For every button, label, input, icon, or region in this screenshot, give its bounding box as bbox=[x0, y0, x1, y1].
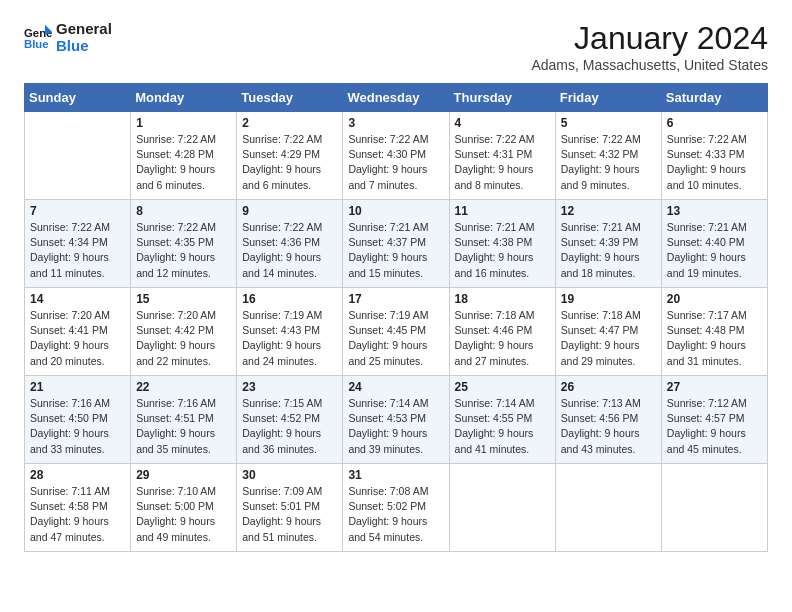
day-number: 28 bbox=[30, 468, 125, 482]
cell-info: Sunrise: 7:22 AMSunset: 4:34 PMDaylight:… bbox=[30, 220, 125, 281]
cell-info: Sunrise: 7:10 AMSunset: 5:00 PMDaylight:… bbox=[136, 484, 231, 545]
day-number: 21 bbox=[30, 380, 125, 394]
calendar-cell: 1Sunrise: 7:22 AMSunset: 4:28 PMDaylight… bbox=[131, 112, 237, 200]
weekday-header: Sunday bbox=[25, 84, 131, 112]
cell-info: Sunrise: 7:22 AMSunset: 4:29 PMDaylight:… bbox=[242, 132, 337, 193]
day-number: 13 bbox=[667, 204, 762, 218]
weekday-header: Monday bbox=[131, 84, 237, 112]
weekday-header: Saturday bbox=[661, 84, 767, 112]
cell-info: Sunrise: 7:21 AMSunset: 4:40 PMDaylight:… bbox=[667, 220, 762, 281]
calendar-cell: 7Sunrise: 7:22 AMSunset: 4:34 PMDaylight… bbox=[25, 200, 131, 288]
cell-info: Sunrise: 7:14 AMSunset: 4:53 PMDaylight:… bbox=[348, 396, 443, 457]
cell-info: Sunrise: 7:22 AMSunset: 4:36 PMDaylight:… bbox=[242, 220, 337, 281]
cell-info: Sunrise: 7:22 AMSunset: 4:35 PMDaylight:… bbox=[136, 220, 231, 281]
calendar-cell: 9Sunrise: 7:22 AMSunset: 4:36 PMDaylight… bbox=[237, 200, 343, 288]
calendar-cell: 19Sunrise: 7:18 AMSunset: 4:47 PMDayligh… bbox=[555, 288, 661, 376]
day-number: 3 bbox=[348, 116, 443, 130]
cell-info: Sunrise: 7:09 AMSunset: 5:01 PMDaylight:… bbox=[242, 484, 337, 545]
cell-info: Sunrise: 7:22 AMSunset: 4:28 PMDaylight:… bbox=[136, 132, 231, 193]
cell-info: Sunrise: 7:22 AMSunset: 4:30 PMDaylight:… bbox=[348, 132, 443, 193]
cell-info: Sunrise: 7:22 AMSunset: 4:33 PMDaylight:… bbox=[667, 132, 762, 193]
calendar-cell: 3Sunrise: 7:22 AMSunset: 4:30 PMDaylight… bbox=[343, 112, 449, 200]
title-block: January 2024 Adams, Massachusetts, Unite… bbox=[531, 20, 768, 73]
cell-info: Sunrise: 7:22 AMSunset: 4:32 PMDaylight:… bbox=[561, 132, 656, 193]
cell-info: Sunrise: 7:12 AMSunset: 4:57 PMDaylight:… bbox=[667, 396, 762, 457]
logo-text-line2: Blue bbox=[56, 37, 112, 54]
day-number: 27 bbox=[667, 380, 762, 394]
day-number: 24 bbox=[348, 380, 443, 394]
calendar-cell: 30Sunrise: 7:09 AMSunset: 5:01 PMDayligh… bbox=[237, 464, 343, 552]
day-number: 9 bbox=[242, 204, 337, 218]
calendar-table: SundayMondayTuesdayWednesdayThursdayFrid… bbox=[24, 83, 768, 552]
day-number: 12 bbox=[561, 204, 656, 218]
cell-info: Sunrise: 7:16 AMSunset: 4:50 PMDaylight:… bbox=[30, 396, 125, 457]
logo-icon: General Blue bbox=[24, 23, 52, 51]
day-number: 18 bbox=[455, 292, 550, 306]
calendar-cell: 27Sunrise: 7:12 AMSunset: 4:57 PMDayligh… bbox=[661, 376, 767, 464]
cell-info: Sunrise: 7:17 AMSunset: 4:48 PMDaylight:… bbox=[667, 308, 762, 369]
logo: General Blue General Blue bbox=[24, 20, 112, 55]
calendar-cell: 21Sunrise: 7:16 AMSunset: 4:50 PMDayligh… bbox=[25, 376, 131, 464]
weekday-header: Tuesday bbox=[237, 84, 343, 112]
cell-info: Sunrise: 7:19 AMSunset: 4:43 PMDaylight:… bbox=[242, 308, 337, 369]
cell-info: Sunrise: 7:21 AMSunset: 4:37 PMDaylight:… bbox=[348, 220, 443, 281]
calendar-cell bbox=[555, 464, 661, 552]
day-number: 14 bbox=[30, 292, 125, 306]
cell-info: Sunrise: 7:21 AMSunset: 4:38 PMDaylight:… bbox=[455, 220, 550, 281]
day-number: 26 bbox=[561, 380, 656, 394]
day-number: 29 bbox=[136, 468, 231, 482]
day-number: 31 bbox=[348, 468, 443, 482]
cell-info: Sunrise: 7:19 AMSunset: 4:45 PMDaylight:… bbox=[348, 308, 443, 369]
day-number: 6 bbox=[667, 116, 762, 130]
weekday-header: Friday bbox=[555, 84, 661, 112]
cell-info: Sunrise: 7:18 AMSunset: 4:46 PMDaylight:… bbox=[455, 308, 550, 369]
day-number: 15 bbox=[136, 292, 231, 306]
calendar-cell: 5Sunrise: 7:22 AMSunset: 4:32 PMDaylight… bbox=[555, 112, 661, 200]
day-number: 11 bbox=[455, 204, 550, 218]
calendar-cell: 13Sunrise: 7:21 AMSunset: 4:40 PMDayligh… bbox=[661, 200, 767, 288]
calendar-cell: 31Sunrise: 7:08 AMSunset: 5:02 PMDayligh… bbox=[343, 464, 449, 552]
calendar-cell: 18Sunrise: 7:18 AMSunset: 4:46 PMDayligh… bbox=[449, 288, 555, 376]
calendar-cell: 4Sunrise: 7:22 AMSunset: 4:31 PMDaylight… bbox=[449, 112, 555, 200]
calendar-cell bbox=[25, 112, 131, 200]
calendar-cell: 24Sunrise: 7:14 AMSunset: 4:53 PMDayligh… bbox=[343, 376, 449, 464]
day-number: 30 bbox=[242, 468, 337, 482]
weekday-header: Wednesday bbox=[343, 84, 449, 112]
calendar-cell: 8Sunrise: 7:22 AMSunset: 4:35 PMDaylight… bbox=[131, 200, 237, 288]
calendar-cell: 28Sunrise: 7:11 AMSunset: 4:58 PMDayligh… bbox=[25, 464, 131, 552]
cell-info: Sunrise: 7:20 AMSunset: 4:41 PMDaylight:… bbox=[30, 308, 125, 369]
cell-info: Sunrise: 7:22 AMSunset: 4:31 PMDaylight:… bbox=[455, 132, 550, 193]
month-title: January 2024 bbox=[531, 20, 768, 57]
day-number: 17 bbox=[348, 292, 443, 306]
calendar-cell: 22Sunrise: 7:16 AMSunset: 4:51 PMDayligh… bbox=[131, 376, 237, 464]
svg-text:Blue: Blue bbox=[24, 39, 49, 51]
calendar-cell: 17Sunrise: 7:19 AMSunset: 4:45 PMDayligh… bbox=[343, 288, 449, 376]
calendar-cell: 16Sunrise: 7:19 AMSunset: 4:43 PMDayligh… bbox=[237, 288, 343, 376]
day-number: 2 bbox=[242, 116, 337, 130]
calendar-cell: 11Sunrise: 7:21 AMSunset: 4:38 PMDayligh… bbox=[449, 200, 555, 288]
cell-info: Sunrise: 7:20 AMSunset: 4:42 PMDaylight:… bbox=[136, 308, 231, 369]
logo-text-line1: General bbox=[56, 20, 112, 37]
location-title: Adams, Massachusetts, United States bbox=[531, 57, 768, 73]
day-number: 25 bbox=[455, 380, 550, 394]
calendar-cell: 2Sunrise: 7:22 AMSunset: 4:29 PMDaylight… bbox=[237, 112, 343, 200]
day-number: 10 bbox=[348, 204, 443, 218]
calendar-cell: 29Sunrise: 7:10 AMSunset: 5:00 PMDayligh… bbox=[131, 464, 237, 552]
calendar-cell bbox=[661, 464, 767, 552]
cell-info: Sunrise: 7:21 AMSunset: 4:39 PMDaylight:… bbox=[561, 220, 656, 281]
calendar-cell: 6Sunrise: 7:22 AMSunset: 4:33 PMDaylight… bbox=[661, 112, 767, 200]
day-number: 8 bbox=[136, 204, 231, 218]
day-number: 20 bbox=[667, 292, 762, 306]
day-number: 23 bbox=[242, 380, 337, 394]
cell-info: Sunrise: 7:13 AMSunset: 4:56 PMDaylight:… bbox=[561, 396, 656, 457]
cell-info: Sunrise: 7:11 AMSunset: 4:58 PMDaylight:… bbox=[30, 484, 125, 545]
calendar-cell bbox=[449, 464, 555, 552]
calendar-cell: 26Sunrise: 7:13 AMSunset: 4:56 PMDayligh… bbox=[555, 376, 661, 464]
calendar-cell: 20Sunrise: 7:17 AMSunset: 4:48 PMDayligh… bbox=[661, 288, 767, 376]
day-number: 5 bbox=[561, 116, 656, 130]
weekday-header: Thursday bbox=[449, 84, 555, 112]
cell-info: Sunrise: 7:18 AMSunset: 4:47 PMDaylight:… bbox=[561, 308, 656, 369]
cell-info: Sunrise: 7:15 AMSunset: 4:52 PMDaylight:… bbox=[242, 396, 337, 457]
calendar-cell: 25Sunrise: 7:14 AMSunset: 4:55 PMDayligh… bbox=[449, 376, 555, 464]
cell-info: Sunrise: 7:14 AMSunset: 4:55 PMDaylight:… bbox=[455, 396, 550, 457]
